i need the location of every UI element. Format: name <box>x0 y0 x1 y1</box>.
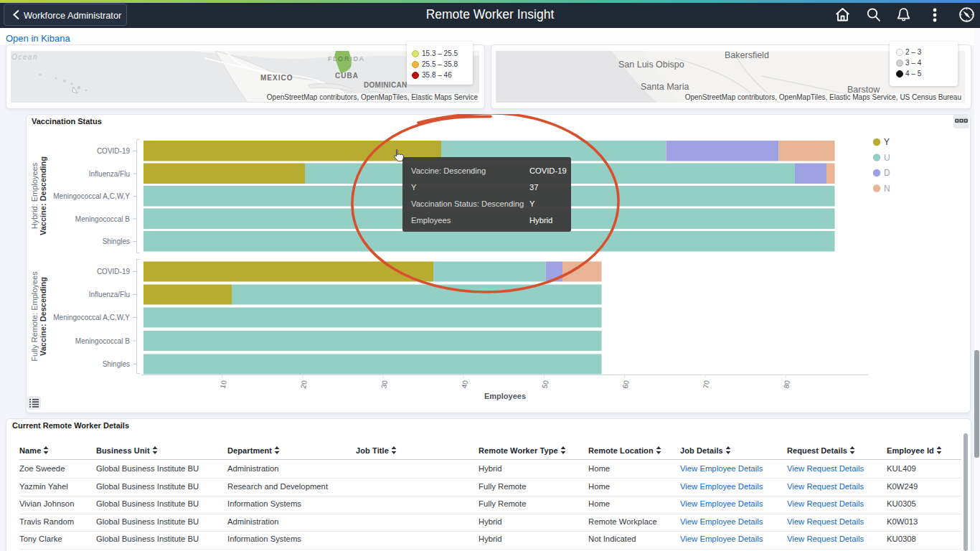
svg-text:40: 40 <box>460 380 469 390</box>
svg-text:Meningococcal A,C,W,Y: Meningococcal A,C,W,Y <box>53 314 130 321</box>
svg-text:Vaccine: Descending: Vaccine: Descending <box>411 166 486 175</box>
svg-text:Meningococcal B: Meningococcal B <box>75 337 130 345</box>
svg-text:Hybrid: Hybrid <box>529 216 552 225</box>
svg-text:Vaccination Status: Descending: Vaccination Status: Descending <box>411 199 524 208</box>
svg-text:Vaccine: Descending: Vaccine: Descending <box>39 156 47 235</box>
svg-text:D: D <box>884 168 890 178</box>
svg-text:30: 30 <box>380 380 389 390</box>
svg-text:37: 37 <box>529 183 538 192</box>
svg-text:10: 10 <box>219 380 228 390</box>
svg-text:Y: Y <box>529 199 535 208</box>
svg-text:Shingles: Shingles <box>103 360 130 368</box>
svg-text:Influenza/Flu: Influenza/Flu <box>89 291 130 298</box>
svg-text:Employees: Employees <box>484 392 526 400</box>
svg-text:Vaccine: Descending: Vaccine: Descending <box>39 277 47 356</box>
svg-text:Influenza/Flu: Influenza/Flu <box>89 170 130 178</box>
svg-text:80: 80 <box>782 380 791 390</box>
svg-text:N: N <box>884 184 890 194</box>
svg-text:20: 20 <box>299 380 308 390</box>
svg-text:COVID-19: COVID-19 <box>529 166 567 175</box>
svg-text:Fully Remote: Employees: Fully Remote: Employees <box>30 271 39 362</box>
svg-text:70: 70 <box>702 380 711 390</box>
svg-text:60: 60 <box>621 380 631 390</box>
svg-text:COVID-19: COVID-19 <box>97 147 131 155</box>
svg-text:Shingles: Shingles <box>103 237 130 245</box>
svg-text:COVID-19: COVID-19 <box>97 268 131 276</box>
svg-text:Y: Y <box>884 137 890 147</box>
svg-text:50: 50 <box>540 380 550 390</box>
svg-text:Hybrid: Employees: Hybrid: Employees <box>30 162 39 229</box>
svg-text:Y: Y <box>411 183 417 192</box>
svg-text:Meningococcal A,C,W,Y: Meningococcal A,C,W,Y <box>53 192 130 200</box>
svg-text:Meningococcal B: Meningococcal B <box>75 215 130 223</box>
svg-text:U: U <box>884 153 890 163</box>
svg-text:Employees: Employees <box>411 216 451 225</box>
